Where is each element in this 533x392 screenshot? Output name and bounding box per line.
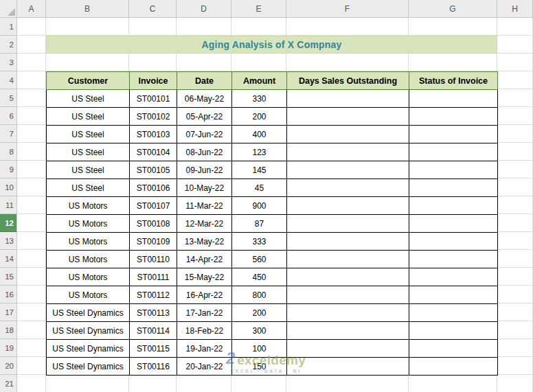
table-cell[interactable]: ST00116 bbox=[130, 358, 177, 376]
grid-cell-b21[interactable] bbox=[46, 375, 129, 392]
table-cell[interactable] bbox=[409, 143, 498, 161]
table-cell[interactable]: 45 bbox=[232, 179, 287, 197]
table-cell[interactable]: 07-Jun-22 bbox=[177, 126, 232, 143]
grid-cell-c1[interactable] bbox=[129, 18, 177, 36]
table-cell[interactable]: ST00107 bbox=[130, 197, 177, 215]
table-cell[interactable]: ST00101 bbox=[130, 90, 177, 108]
grid-cell-h11[interactable] bbox=[497, 196, 533, 214]
row-header-5[interactable]: 5 bbox=[0, 89, 17, 107]
grid-cell-g1[interactable] bbox=[409, 18, 497, 36]
table-cell[interactable]: 87 bbox=[232, 215, 287, 233]
row-header-11[interactable]: 11 bbox=[0, 196, 17, 214]
table-cell[interactable]: 123 bbox=[232, 143, 287, 161]
grid-cell-a10[interactable] bbox=[17, 178, 46, 196]
grid-cell-a8[interactable] bbox=[17, 143, 46, 161]
table-cell[interactable]: 200 bbox=[232, 108, 287, 126]
row-header-19[interactable]: 19 bbox=[0, 339, 17, 357]
table-cell[interactable]: ST00104 bbox=[130, 143, 177, 161]
grid-cell-h3[interactable] bbox=[497, 54, 533, 71]
grid-cell-a6[interactable] bbox=[17, 107, 46, 125]
row-header-18[interactable]: 18 bbox=[0, 321, 17, 339]
grid-cell-a11[interactable] bbox=[17, 196, 46, 214]
table-header-cell[interactable]: Date bbox=[177, 72, 232, 90]
grid-cell-f1[interactable] bbox=[286, 18, 409, 36]
table-cell[interactable]: ST00109 bbox=[130, 233, 177, 251]
table-cell[interactable] bbox=[409, 358, 498, 376]
grid-cell-a5[interactable] bbox=[17, 89, 46, 107]
table-cell[interactable] bbox=[409, 126, 498, 143]
row-header-2[interactable]: 2 bbox=[0, 36, 17, 54]
table-cell[interactable]: 560 bbox=[232, 251, 287, 268]
grid-cell-a17[interactable] bbox=[17, 303, 46, 321]
table-cell[interactable]: 17-Jan-22 bbox=[177, 304, 232, 322]
grid-cell-c21[interactable] bbox=[129, 375, 177, 392]
table-cell[interactable]: US Steel bbox=[47, 161, 130, 179]
table-cell[interactable]: US Steel bbox=[47, 90, 130, 108]
table-cell[interactable]: US Steel bbox=[47, 143, 130, 161]
row-header-17[interactable]: 17 bbox=[0, 303, 17, 321]
table-cell[interactable] bbox=[409, 251, 498, 268]
grid-cell-a21[interactable] bbox=[17, 375, 46, 392]
row-header-1[interactable]: 1 bbox=[0, 18, 17, 36]
table-header-cell[interactable]: Invoice bbox=[130, 72, 177, 90]
table-cell[interactable]: US Motors bbox=[47, 286, 130, 304]
table-cell[interactable] bbox=[287, 268, 409, 286]
table-cell[interactable] bbox=[409, 179, 498, 197]
table-header-cell[interactable]: Days Sales Outstanding bbox=[287, 72, 409, 90]
grid-cell-h8[interactable] bbox=[497, 143, 533, 161]
column-header-g[interactable]: G bbox=[409, 0, 497, 18]
table-cell[interactable] bbox=[287, 90, 409, 108]
grid-cell-a3[interactable] bbox=[17, 54, 46, 71]
table-cell[interactable] bbox=[409, 304, 498, 322]
table-cell[interactable]: 145 bbox=[232, 161, 287, 179]
grid-cell-h18[interactable] bbox=[497, 321, 533, 339]
row-header-7[interactable]: 7 bbox=[0, 125, 17, 143]
grid-cell-a4[interactable] bbox=[17, 71, 46, 89]
table-cell[interactable]: ST00106 bbox=[130, 179, 177, 197]
table-header-cell[interactable]: Status of Invoice bbox=[409, 72, 498, 90]
table-cell[interactable]: US Steel Dynamics bbox=[47, 304, 130, 322]
table-cell[interactable]: 16-Apr-22 bbox=[177, 286, 232, 304]
grid-cell-e3[interactable] bbox=[231, 54, 286, 71]
grid-cell-h17[interactable] bbox=[497, 303, 533, 321]
table-cell[interactable]: US Steel Dynamics bbox=[47, 340, 130, 358]
row-header-16[interactable]: 16 bbox=[0, 286, 17, 303]
table-cell[interactable] bbox=[409, 268, 498, 286]
select-all-button[interactable] bbox=[0, 0, 17, 18]
table-cell[interactable]: 08-Jun-22 bbox=[177, 143, 232, 161]
table-cell[interactable] bbox=[409, 161, 498, 179]
table-cell[interactable] bbox=[287, 161, 409, 179]
grid-cell-h2[interactable] bbox=[497, 36, 533, 54]
table-cell[interactable] bbox=[287, 286, 409, 304]
grid-cell-g21[interactable] bbox=[409, 375, 497, 392]
grid-cell-f3[interactable] bbox=[286, 54, 409, 71]
grid-cell-a13[interactable] bbox=[17, 232, 46, 250]
grid-cell-a15[interactable] bbox=[17, 268, 46, 286]
table-cell[interactable] bbox=[287, 251, 409, 268]
column-header-c[interactable]: C bbox=[129, 0, 177, 18]
grid-cell-b3[interactable] bbox=[46, 54, 129, 71]
column-header-e[interactable]: E bbox=[231, 0, 286, 18]
grid-cell-d1[interactable] bbox=[177, 18, 231, 36]
grid-cell-a14[interactable] bbox=[17, 250, 46, 268]
table-cell[interactable]: ST00115 bbox=[130, 340, 177, 358]
table-cell[interactable] bbox=[287, 233, 409, 251]
table-cell[interactable] bbox=[287, 179, 409, 197]
table-cell[interactable] bbox=[287, 126, 409, 143]
table-cell[interactable]: 18-Feb-22 bbox=[177, 322, 232, 340]
grid-cell-h9[interactable] bbox=[497, 161, 533, 178]
table-cell[interactable]: 450 bbox=[232, 268, 287, 286]
grid-cell-h14[interactable] bbox=[497, 250, 533, 268]
table-cell[interactable] bbox=[287, 197, 409, 215]
row-header-10[interactable]: 10 bbox=[0, 178, 17, 196]
grid-cell-h4[interactable] bbox=[497, 71, 533, 89]
table-cell[interactable] bbox=[287, 143, 409, 161]
table-cell[interactable] bbox=[287, 215, 409, 233]
table-cell[interactable]: 11-Mar-22 bbox=[177, 197, 232, 215]
table-cell[interactable]: 333 bbox=[232, 233, 287, 251]
table-cell[interactable]: ST00102 bbox=[130, 108, 177, 126]
table-cell[interactable]: ST00113 bbox=[130, 304, 177, 322]
table-cell[interactable]: 20-Jan-22 bbox=[177, 358, 232, 376]
grid-cell-a9[interactable] bbox=[17, 161, 46, 178]
column-header-h[interactable]: H bbox=[497, 0, 533, 18]
